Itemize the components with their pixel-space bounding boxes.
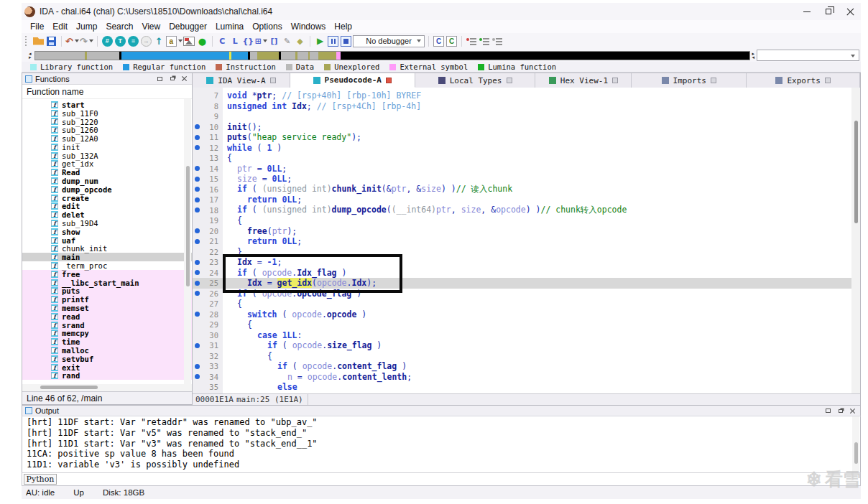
tab-state-icon[interactable] (711, 78, 716, 83)
code-line-30[interactable]: 30case 1LL: (193, 330, 860, 341)
code-line-20[interactable]: 20free(ptr); (193, 226, 860, 237)
code-line-28[interactable]: 28switch ( opcode.opcode ) (193, 309, 860, 320)
analysis-indicator[interactable]: ● (196, 34, 208, 47)
debug-brackets-button[interactable]: [] (268, 34, 280, 47)
panel-close-button[interactable] (180, 75, 189, 83)
diamond-button[interactable]: ◆ (294, 34, 306, 47)
address-combobox[interactable] (757, 50, 859, 61)
open-file-button[interactable] (32, 34, 45, 47)
function-row[interactable]: fdump_num (22, 177, 192, 185)
code-line-16[interactable]: 16if ( (unsigned int)chunk_init(&ptr, &s… (193, 185, 860, 195)
dropdown-arrow-icon[interactable] (263, 39, 267, 42)
code-line-25[interactable]: 25Idx = get_idx(opcode.Idx); (193, 278, 860, 289)
code-line-13[interactable]: 13{ (193, 153, 860, 164)
output-line[interactable]: [hrt] 11D1 start: Var "v3" was renamed t… (27, 439, 860, 449)
function-row[interactable]: fuaf (22, 236, 192, 245)
code-line-8[interactable]: 8unsigned int Idx; // [rsp+4Ch] [rbp-4h] (193, 101, 860, 112)
tab-state-icon[interactable] (507, 78, 512, 83)
function-row[interactable]: f_term_proc (22, 261, 192, 270)
function-row[interactable]: fsetvbuf (22, 355, 192, 363)
code-line-34[interactable]: 34n = opcode.content_lenth; (193, 372, 860, 383)
breakpoint-dot[interactable] (193, 374, 201, 379)
tab-state-icon[interactable] (612, 78, 618, 83)
color-settings-button[interactable] (183, 34, 195, 47)
dropdown-arrow-icon[interactable] (89, 39, 93, 42)
function-row[interactable]: fstart (22, 101, 192, 109)
functions-panel-header[interactable]: Functions (22, 73, 192, 85)
code-line-7[interactable]: 7void *ptr; // [rsp+40h] [rbp-10h] BYREF (193, 90, 860, 101)
function-row[interactable]: fread (22, 312, 192, 321)
function-row[interactable]: f__libc_start_main (22, 279, 192, 287)
function-row[interactable]: frand (22, 372, 192, 381)
debug-locals-button[interactable]: L (229, 34, 241, 47)
code-line-22[interactable]: 22} (193, 247, 860, 258)
function-row[interactable]: ftime (22, 337, 192, 346)
code-line-27[interactable]: 27{ (193, 299, 860, 309)
code-line-18[interactable]: 18if ( (unsigned int)dump_opcode((__int6… (193, 205, 860, 216)
menu-view[interactable]: View (137, 22, 165, 32)
output-log[interactable]: [hrt] 11DF start: Var "retaddr" was rena… (22, 416, 861, 472)
code-line-11[interactable]: 11puts("heap service ready"); (193, 132, 860, 143)
restore-button[interactable] (818, 4, 839, 19)
debugger-run-button[interactable]: ▶ (314, 34, 326, 47)
function-row[interactable]: fmemcpy (22, 330, 192, 338)
function-row[interactable]: finit (22, 143, 192, 151)
pseudocode-view[interactable]: 7void *ptr; // [rsp+40h] [rbp-10h] BYREF… (193, 88, 860, 393)
panel-maximize-button[interactable] (155, 75, 165, 83)
function-row[interactable]: fedit (22, 202, 192, 211)
function-row[interactable]: fsub_132A (22, 151, 192, 160)
breakpoint-dot[interactable] (193, 207, 201, 213)
function-row[interactable]: fsub_12A0 (22, 134, 192, 143)
breakpoint-dot[interactable] (193, 281, 201, 286)
function-row[interactable]: fsub_19D4 (22, 219, 192, 228)
tab-hex-view-1[interactable]: Hex View-1 (535, 73, 632, 88)
code-line-24[interactable]: 24if ( opcode.Idx_flag ) (193, 268, 860, 279)
menu-lumina[interactable]: Lumina (211, 22, 248, 32)
dropdown-arrow-icon[interactable] (75, 39, 79, 42)
code-line-35[interactable]: 35else (193, 382, 860, 393)
patch-button[interactable]: ✎ (281, 34, 293, 47)
breakpoint-dot[interactable] (193, 260, 201, 265)
toolbar-grip[interactable] (25, 36, 29, 46)
code-line-33[interactable]: 33if ( opcode.content_flag ) (193, 361, 860, 372)
breakpoints-list-button[interactable] (466, 34, 478, 47)
tab-pseudocode-a[interactable]: Pseudocode-A (290, 73, 415, 88)
code-line-14[interactable]: 14ptr = 0LL; (193, 164, 860, 174)
menu-windows[interactable]: Windows (287, 22, 331, 32)
debug-calls-button[interactable]: C (216, 34, 228, 47)
function-name-column-header[interactable]: Function name (22, 85, 192, 99)
panel-close-button[interactable] (848, 406, 857, 415)
function-row[interactable]: fcreate (22, 194, 192, 202)
code-line-17[interactable]: 17return 0LL; (193, 195, 860, 205)
save-button[interactable] (45, 34, 57, 47)
breakpoint-dot[interactable] (193, 187, 201, 192)
function-row[interactable]: fdelet (22, 210, 192, 219)
nav-forward-button[interactable]: ↷ (80, 34, 93, 47)
breakpoint-dot[interactable] (193, 270, 201, 275)
function-row[interactable]: fprintf (22, 295, 192, 304)
scrollbar-thumb[interactable] (40, 386, 98, 389)
python-prompt-button[interactable]: Python (24, 474, 57, 485)
menu-help[interactable]: Help (330, 22, 356, 32)
function-row[interactable]: fdump_opcode (22, 185, 192, 194)
tab-state-icon[interactable] (825, 78, 831, 83)
breakpoint-dot[interactable] (193, 124, 201, 129)
compile-run-button[interactable]: C (445, 34, 458, 47)
breakpoint-dot[interactable] (193, 228, 201, 233)
navigation-band[interactable] (34, 51, 750, 60)
breakpoint-dot[interactable] (193, 239, 201, 244)
output-line[interactable]: 11CA: positive sp value 8 has been found (27, 449, 860, 459)
dropdown-arrow-icon[interactable] (178, 39, 183, 42)
nav-back-button[interactable]: ↶ (65, 34, 79, 47)
output-vertical-scrollbar[interactable] (852, 416, 859, 472)
panel-float-button[interactable] (836, 406, 845, 415)
python-command-input[interactable] (58, 474, 859, 485)
watches-list-button[interactable] (479, 34, 491, 47)
tab-exports[interactable]: Exports (747, 73, 860, 88)
debugger-select[interactable]: No debugger (353, 35, 425, 47)
menu-search[interactable]: Search (101, 22, 137, 32)
code-line-10[interactable]: 10init(); (193, 122, 860, 133)
scrollbar-thumb[interactable] (854, 121, 858, 223)
panel-float-button[interactable] (167, 75, 177, 83)
menu-file[interactable]: File (26, 22, 48, 32)
